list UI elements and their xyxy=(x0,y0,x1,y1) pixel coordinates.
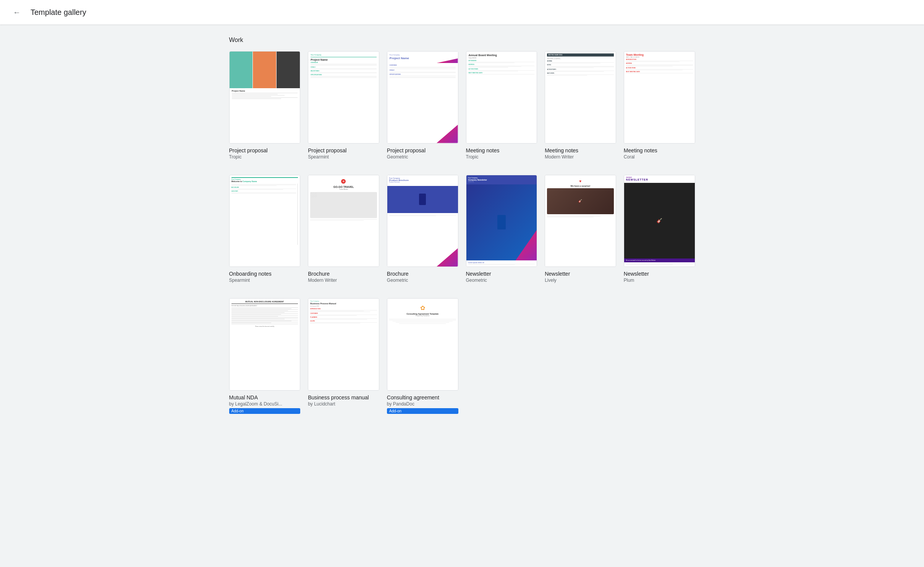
template-name: Business process manual xyxy=(308,394,379,401)
template-card-newsletter-plum[interactable]: Our Best NEWSLETTER 🎸 We are nominated f… xyxy=(624,175,695,283)
template-sub: by PandaDoc xyxy=(387,401,458,407)
template-name: Meeting notes xyxy=(545,147,616,153)
template-name: Consulting agreement xyxy=(387,394,458,401)
template-name: Newsletter xyxy=(545,271,616,277)
template-name: Project proposal xyxy=(308,147,379,153)
template-name: Project proposal xyxy=(229,147,301,153)
template-sub: Tropic xyxy=(466,154,537,160)
template-thumbnail: Annual Board Meeting Today 00/00/00 ATTE… xyxy=(466,51,537,144)
template-thumbnail: Your Company Welcome to Company Name WHO… xyxy=(229,175,301,267)
addon-badge: Add-on xyxy=(229,408,301,414)
template-sub: Modern Writer xyxy=(308,278,379,283)
template-sub: by Lucidchart xyxy=(308,401,379,407)
template-thumbnail: Four Company Product Brochure Product Ov… xyxy=(387,175,458,267)
template-name: Mutual NDA xyxy=(229,394,301,401)
template-name: Meeting notes xyxy=(624,147,695,153)
template-name: Meeting notes xyxy=(466,147,537,153)
template-thumbnail: Team Meeting DATE | TIME | LOCATION INTR… xyxy=(624,51,695,144)
addon-badge: Add-on xyxy=(387,408,458,414)
template-card-brochure-geometric[interactable]: Four Company Product Brochure Product Ov… xyxy=(387,175,458,283)
template-thumbnail: Four Company Company Newsletter Volume x… xyxy=(466,175,537,267)
template-card-project-proposal-spearmint[interactable]: Your Company Project Name OVERVIEW GOALS… xyxy=(308,51,379,160)
template-thumbnail: Our Best NEWSLETTER 🎸 We are nominated f… xyxy=(624,175,695,267)
template-thumbnail: ♥ We have a surprise! 🎸 xyxy=(545,175,616,267)
template-sub: Geometric xyxy=(387,154,458,160)
template-sub: Spearmint xyxy=(308,154,379,160)
template-name: Brochure xyxy=(387,271,458,277)
template-name: Onboarding notes xyxy=(229,271,301,277)
template-card-consulting-agreement[interactable]: ✿ Consulting Agreement Template Prepared… xyxy=(387,298,458,414)
template-thumbnail: Your Company Business Process Manual 1st… xyxy=(308,298,379,391)
template-sub: Plum xyxy=(624,278,695,283)
template-card-meeting-notes-modern-writer[interactable]: MEETING NAME 09/04 DATE/TIME | LOCATION … xyxy=(545,51,616,160)
template-thumbnail: Your Company Project Name OVERVIEW GOALS… xyxy=(308,51,379,144)
template-card-onboarding-spearmint[interactable]: Your Company Welcome to Company Name WHO… xyxy=(229,175,301,283)
work-section: Work Project Name xyxy=(229,37,695,414)
template-name: Newsletter xyxy=(466,271,537,277)
template-thumbnail: Four Company Project Name OVERVIEW GOALS… xyxy=(387,51,458,144)
template-sub: Tropic xyxy=(229,154,301,160)
template-card-mutual-nda[interactable]: MUTUAL NON-DISCLOSURE AGREEMENT THIS MUT… xyxy=(229,298,301,414)
template-thumbnail: R GO-GO TRAVEL Travel Mates ··· ··· · ··… xyxy=(308,175,379,267)
template-card-meeting-notes-coral[interactable]: Team Meeting DATE | TIME | LOCATION INTR… xyxy=(624,51,695,160)
template-sub: Geometric xyxy=(466,278,537,283)
app-header: ← Template gallery xyxy=(0,0,924,24)
work-section-title: Work xyxy=(229,37,695,44)
template-card-project-proposal-tropic[interactable]: Project Name Project proposal Tropic xyxy=(229,51,301,160)
template-thumbnail: ✿ Consulting Agreement Template Prepared… xyxy=(387,298,458,391)
template-grid-row-2: Your Company Welcome to Company Name WHO… xyxy=(229,175,695,283)
back-button[interactable]: ← xyxy=(9,5,24,20)
template-name: Newsletter xyxy=(624,271,695,277)
template-card-newsletter-lively[interactable]: ♥ We have a surprise! 🎸 Newsletter Livel… xyxy=(545,175,616,283)
template-sub: Coral xyxy=(624,154,695,160)
template-sub: Geometric xyxy=(387,278,458,283)
template-card-newsletter-geometric[interactable]: Four Company Company Newsletter Volume x… xyxy=(466,175,537,283)
main-content: Work Project Name xyxy=(214,24,710,441)
template-card-business-process-manual[interactable]: Your Company Business Process Manual 1st… xyxy=(308,298,379,414)
template-sub: Spearmint xyxy=(229,278,301,283)
template-card-project-proposal-geometric[interactable]: Four Company Project Name OVERVIEW GOALS… xyxy=(387,51,458,160)
template-name: Brochure xyxy=(308,271,379,277)
template-thumbnail: MEETING NAME 09/04 DATE/TIME | LOCATION … xyxy=(545,51,616,144)
template-card-brochure-modern-writer[interactable]: R GO-GO TRAVEL Travel Mates ··· ··· · ··… xyxy=(308,175,379,283)
page-title: Template gallery xyxy=(31,8,86,17)
template-sub: Lively xyxy=(545,278,616,283)
template-thumbnail: MUTUAL NON-DISCLOSURE AGREEMENT THIS MUT… xyxy=(229,298,301,391)
template-thumbnail: Project Name xyxy=(229,51,301,144)
template-card-meeting-notes-tropic[interactable]: Annual Board Meeting Today 00/00/00 ATTE… xyxy=(466,51,537,160)
template-name: Project proposal xyxy=(387,147,458,153)
template-grid-row-1: Project Name Project proposal Tropic xyxy=(229,51,695,160)
template-sub: by LegalZoom & DocuSi... xyxy=(229,401,301,407)
template-sub: Modern Writer xyxy=(545,154,616,160)
template-grid-row-3: MUTUAL NON-DISCLOSURE AGREEMENT THIS MUT… xyxy=(229,298,695,414)
